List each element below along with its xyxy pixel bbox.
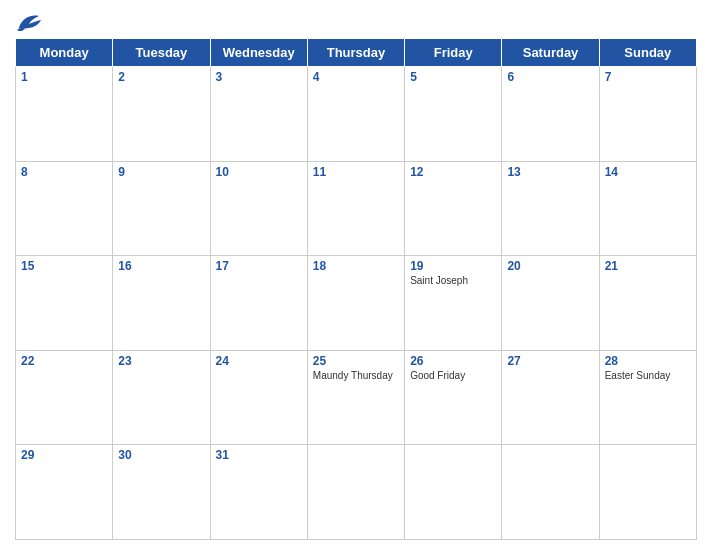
day-number: 15	[21, 259, 107, 273]
day-number: 28	[605, 354, 691, 368]
day-number: 29	[21, 448, 107, 462]
calendar-cell: 29	[16, 445, 113, 540]
calendar-cell: 22	[16, 350, 113, 445]
calendar-cell: 31	[210, 445, 307, 540]
day-number: 13	[507, 165, 593, 179]
weekday-header: Sunday	[599, 39, 696, 67]
day-number: 1	[21, 70, 107, 84]
calendar-cell	[502, 445, 599, 540]
day-number: 12	[410, 165, 496, 179]
weekday-header: Tuesday	[113, 39, 210, 67]
weekday-header: Wednesday	[210, 39, 307, 67]
event-label: Saint Joseph	[410, 275, 496, 286]
calendar-cell: 15	[16, 256, 113, 351]
day-number: 2	[118, 70, 204, 84]
calendar-cell: 14	[599, 161, 696, 256]
calendar-cell: 23	[113, 350, 210, 445]
day-number: 14	[605, 165, 691, 179]
day-number: 8	[21, 165, 107, 179]
day-number: 31	[216, 448, 302, 462]
calendar-cell: 7	[599, 67, 696, 162]
day-number: 3	[216, 70, 302, 84]
calendar-week-row: 1234567	[16, 67, 697, 162]
day-number: 16	[118, 259, 204, 273]
calendar-cell	[307, 445, 404, 540]
event-label: Easter Sunday	[605, 370, 691, 381]
event-label: Good Friday	[410, 370, 496, 381]
calendar-cell: 2	[113, 67, 210, 162]
calendar-cell: 16	[113, 256, 210, 351]
calendar-cell: 10	[210, 161, 307, 256]
day-number: 10	[216, 165, 302, 179]
event-label: Maundy Thursday	[313, 370, 399, 381]
calendar-cell: 24	[210, 350, 307, 445]
day-number: 5	[410, 70, 496, 84]
calendar-cell: 11	[307, 161, 404, 256]
calendar-cell: 12	[405, 161, 502, 256]
calendar-cell	[599, 445, 696, 540]
calendar-cell: 26Good Friday	[405, 350, 502, 445]
calendar-cell: 5	[405, 67, 502, 162]
calendar-cell	[405, 445, 502, 540]
day-number: 25	[313, 354, 399, 368]
day-number: 9	[118, 165, 204, 179]
day-number: 27	[507, 354, 593, 368]
calendar-cell: 1	[16, 67, 113, 162]
logo	[15, 10, 47, 32]
calendar-week-row: 891011121314	[16, 161, 697, 256]
day-number: 21	[605, 259, 691, 273]
calendar-week-row: 1516171819Saint Joseph2021	[16, 256, 697, 351]
day-number: 23	[118, 354, 204, 368]
calendar-cell: 19Saint Joseph	[405, 256, 502, 351]
calendar-table: MondayTuesdayWednesdayThursdayFridaySatu…	[15, 38, 697, 540]
day-number: 17	[216, 259, 302, 273]
day-number: 4	[313, 70, 399, 84]
weekday-header: Saturday	[502, 39, 599, 67]
day-number: 7	[605, 70, 691, 84]
day-number: 18	[313, 259, 399, 273]
day-number: 19	[410, 259, 496, 273]
calendar-cell: 28Easter Sunday	[599, 350, 696, 445]
calendar-cell: 27	[502, 350, 599, 445]
day-number: 22	[21, 354, 107, 368]
weekday-header: Friday	[405, 39, 502, 67]
weekday-header: Monday	[16, 39, 113, 67]
day-number: 20	[507, 259, 593, 273]
calendar-cell: 6	[502, 67, 599, 162]
calendar-week-row: 293031	[16, 445, 697, 540]
calendar-cell: 4	[307, 67, 404, 162]
day-number: 24	[216, 354, 302, 368]
weekday-header: Thursday	[307, 39, 404, 67]
day-number: 26	[410, 354, 496, 368]
calendar-cell: 3	[210, 67, 307, 162]
calendar-cell: 17	[210, 256, 307, 351]
calendar-cell: 18	[307, 256, 404, 351]
calendar-cell: 25Maundy Thursday	[307, 350, 404, 445]
calendar-cell: 21	[599, 256, 696, 351]
calendar-cell: 20	[502, 256, 599, 351]
calendar-week-row: 22232425Maundy Thursday26Good Friday2728…	[16, 350, 697, 445]
day-number: 30	[118, 448, 204, 462]
calendar-cell: 30	[113, 445, 210, 540]
day-number: 11	[313, 165, 399, 179]
weekday-header-row: MondayTuesdayWednesdayThursdayFridaySatu…	[16, 39, 697, 67]
logo-icon	[15, 10, 43, 32]
calendar-cell: 13	[502, 161, 599, 256]
calendar-cell: 9	[113, 161, 210, 256]
calendar-cell: 8	[16, 161, 113, 256]
page-header	[15, 10, 697, 32]
day-number: 6	[507, 70, 593, 84]
